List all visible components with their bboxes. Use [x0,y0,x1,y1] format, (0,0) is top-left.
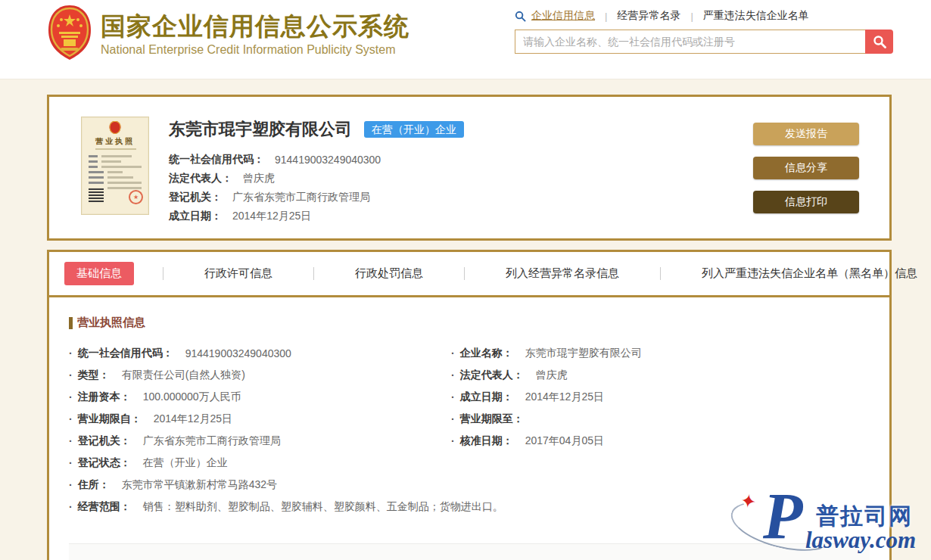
field-value: 100.000000万人民币 [143,390,241,404]
field-value: 2017年04月05日 [525,434,604,448]
field-value: 914419003249040300 [185,347,291,359]
section-bar-icon [69,317,73,329]
field-row: ·统一社会信用代码：914419003249040300 [69,342,451,364]
page: 国家企业信用信息公示系统 National Enterprise Credit … [0,0,931,560]
field-value: 曾庆虎 [243,172,275,185]
field-value: 销售：塑料助剂、塑胶制品、塑胶辅料、塑胶颜料、五金制品；货物进出口。 [143,500,503,514]
business-license-image: 营业执照 ★ [81,117,149,215]
field-label: 住所： [78,478,110,492]
tab-divider [313,267,314,280]
site-title: 国家企业信用信息公示系统 [101,11,409,42]
tab-divider [660,267,661,280]
field-row: ·营业期限至： [451,408,870,430]
field-value: 广东省东莞市工商行政管理局 [143,434,281,448]
brand-text: 国家企业信用信息公示系统 National Enterprise Credit … [101,8,409,57]
status-badge: 在营（开业）企业 [364,121,464,138]
header-right: 企业信用信息 | 经营异常名录 | 严重违法失信企业名单 [515,5,893,54]
nav-separator: | [605,11,607,22]
field-row: ·企业名称：东莞市琨宇塑胶有限公司 [451,342,870,364]
nav-link-credit-info[interactable]: 企业信用信息 [531,9,595,23]
field-row: ·经营范围：销售：塑料助剂、塑胶制品、塑胶辅料、塑胶颜料、五金制品；货物进出口。 [69,496,870,518]
search-icon [515,11,526,22]
tab-basic-info[interactable]: 基础信息 [64,262,134,285]
field-label: 登记状态： [78,456,131,470]
company-name: 东莞市琨宇塑胶有限公司 [169,118,352,141]
top-nav: 企业信用信息 | 经营异常名录 | 严重违法失信企业名单 [515,8,893,24]
info-row: 统一社会信用代码： 914419003249040300 [169,150,753,169]
field-label: 成立日期： [460,390,513,404]
field-label: 营业期限至： [460,412,524,426]
section-title: 营业执照信息 [69,316,870,330]
field-row: ·法定代表人：曾庆虎 [451,364,870,386]
nav-separator: | [690,11,693,22]
field-label: 法定代表人： [169,172,232,185]
license-fields-grid: ·统一社会信用代码：914419003249040300 ·企业名称：东莞市琨宇… [69,342,870,518]
field-label: 核准日期： [460,434,513,448]
tab-admin-penalty[interactable]: 行政处罚信息 [343,262,435,285]
field-label: 登记机关： [78,434,131,448]
send-report-button[interactable]: 发送报告 [753,123,859,145]
field-row: ·核准日期：2017年04月05日 [451,430,870,452]
license-emblem-icon [110,121,121,134]
field-value: 在营（开业）企业 [143,456,228,470]
tab-abnormal-list[interactable]: 列入经营异常名录信息 [494,262,631,285]
field-label: 法定代表人： [460,369,524,382]
license-qr-code [89,187,104,202]
field-label: 营业期限自： [78,412,142,426]
search-input[interactable] [515,30,865,54]
info-row: 法定代表人： 曾庆虎 [169,169,753,188]
brand: 国家企业信用信息公示系统 National Enterprise Credit … [48,5,409,61]
company-summary-card: 营业执照 ★ 东莞市琨宇塑胶有限公司 在营（开业）企业 统一社会信用代码： 9 [47,95,892,241]
info-row: 登记机关： 广东省东莞市工商行政管理局 [169,188,753,207]
tab-blacklist[interactable]: 列入严重违法失信企业名单（黑名单）信息 [690,262,929,285]
info-row: 成立日期： 2014年12月25日 [169,207,753,226]
field-row: ·登记机关：广东省东莞市工商行政管理局 [69,430,451,452]
field-row: ·登记状态：在营（开业）企业 [69,452,870,474]
field-row: ·成立日期：2014年12月25日 [451,386,870,408]
field-value: 曾庆虎 [536,369,568,382]
site-subtitle: National Enterprise Credit Information P… [101,43,409,57]
field-label: 统一社会信用代码： [78,347,173,360]
national-emblem-logo [48,5,92,61]
license-info-section: 营业执照信息 ·统一社会信用代码：914419003249040300 ·企业名… [49,297,889,560]
field-row: ·住所：东莞市常平镇漱新村常马路432号 [69,474,870,496]
license-subline [95,148,136,150]
field-label: 统一社会信用代码： [169,153,264,166]
license-seal-icon: ★ [129,190,143,204]
search-button[interactable] [865,30,893,54]
field-label: 经营范围： [78,500,131,514]
field-value: 东莞市常平镇漱新村常马路432号 [122,478,277,492]
nav-link-illegal-list[interactable]: 严重违法失信企业名单 [703,9,809,23]
action-buttons: 发送报告 信息分享 信息打印 [753,117,859,220]
field-label: 企业名称： [460,347,513,360]
field-value: 914419003249040300 [275,154,381,166]
field-value: 广东省东莞市工商行政管理局 [232,191,370,204]
detail-card: 基础信息 行政许可信息 行政处罚信息 列入经营异常名录信息 列入严重违法失信企业… [47,250,892,560]
info-print-button[interactable]: 信息打印 [753,191,859,213]
field-value: 有限责任公司(自然人独资) [122,369,245,382]
field-value: 东莞市琨宇塑胶有限公司 [525,347,642,360]
nav-link-abnormal-list[interactable]: 经营异常名录 [617,9,680,23]
company-info: 东莞市琨宇塑胶有限公司 在营（开业）企业 统一社会信用代码： 914419003… [169,117,753,220]
field-label: 登记机关： [169,191,222,204]
tab-divider [163,267,163,280]
site-header: 国家企业信用信息公示系统 National Enterprise Credit … [0,0,931,79]
license-title: 营业执照 [82,136,148,147]
tab-admin-license[interactable]: 行政许可信息 [192,262,285,285]
field-label: 注册资本： [78,390,131,404]
tab-bar: 基础信息 行政许可信息 行政处罚信息 列入经营异常名录信息 列入严重违法失信企业… [49,252,889,297]
field-row: ·营业期限自：2014年12月25日 [69,408,451,430]
field-row: ·注册资本：100.000000万人民币 [69,386,451,408]
info-share-button[interactable]: 信息分享 [753,157,859,179]
field-value: 2014年12月25日 [232,210,311,223]
field-value: 2014年12月25日 [525,390,604,404]
searchbar [515,30,893,54]
next-section-strip [69,543,870,560]
search-icon [873,35,886,48]
field-label: 成立日期： [169,210,222,223]
field-row: ·类型：有限责任公司(自然人独资) [69,364,451,386]
tab-divider [464,267,465,280]
field-value: 2014年12月25日 [154,412,232,426]
field-label: 类型： [78,369,110,382]
